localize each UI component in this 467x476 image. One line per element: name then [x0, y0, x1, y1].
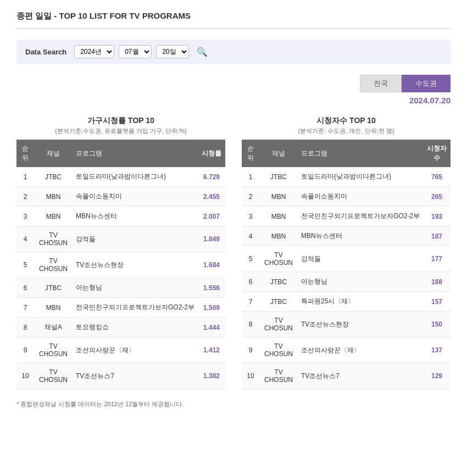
region-btn-metro[interactable]: 수도권	[402, 75, 451, 92]
rank-cell: 10	[16, 363, 34, 389]
table-row: 9 TV CHOSUN 조선의사랑꾼〈재〉 1.412	[16, 337, 225, 363]
program-cell: 아는형님	[73, 278, 198, 298]
value-cell: 1.382	[198, 363, 225, 389]
month-select[interactable]: 07월	[119, 45, 152, 58]
viewers-col-program: 프로그램	[298, 140, 423, 167]
table-row: 1 JTBC 토일드라마(낮과밤이다른그녀) 6.729	[16, 167, 225, 187]
date-display: 2024.07.20	[16, 96, 451, 105]
value-cell: 150	[423, 312, 451, 337]
value-cell: 2.455	[198, 187, 225, 207]
table-row: 4 TV CHOSUN 강적들 1.849	[16, 226, 225, 252]
search-bar: Data Search 2024년 07월 20일 🔍	[16, 40, 451, 64]
rank-cell: 8	[16, 318, 34, 337]
year-select[interactable]: 2024년	[74, 45, 114, 58]
viewers-col-value: 시청자수	[423, 140, 451, 167]
value-cell: 1.444	[198, 318, 225, 337]
household-table: 순위 채널 프로그램 시청률 1 JTBC 토일드라마(낮과밤이다른그녀) 6.…	[16, 140, 225, 389]
household-col-rank: 순위	[16, 140, 34, 167]
rank-cell: 8	[242, 312, 259, 337]
value-cell: 6.729	[198, 167, 225, 187]
value-cell: 1.509	[198, 298, 225, 318]
channel-cell: MBN	[34, 298, 73, 318]
rank-cell: 1	[16, 167, 34, 187]
rank-cell: 10	[242, 363, 259, 389]
household-col-program: 프로그램	[73, 140, 198, 167]
program-cell: 강적들	[73, 226, 198, 252]
search-button[interactable]: 🔍	[193, 46, 211, 58]
channel-cell: TV CHOSUN	[259, 337, 298, 363]
viewers-table-subtitle: (분석기준: 수도권, 개인, 단위:천 명)	[242, 127, 451, 135]
table-row: 5 TV CHOSUN 강적들 177	[242, 246, 451, 272]
rank-cell: 2	[242, 187, 259, 207]
viewers-table-section: 시청자수 TOP 10 (분석기준: 수도권, 개인, 단위:천 명) 순위 채…	[242, 116, 451, 389]
table-row: 7 MBN 전국민친구되기프로젝트가보자GO2-2부 1.509	[16, 298, 225, 318]
channel-cell: TV CHOSUN	[34, 337, 73, 363]
program-cell: 조선의사랑꾼〈재〉	[298, 337, 423, 363]
table-row: 2 MBN 속풀이소동치미 2.455	[16, 187, 225, 207]
table-row: 3 MBN 전국민친구되기프로젝트가보자GO2-2부 193	[242, 207, 451, 226]
channel-cell: TV CHOSUN	[34, 252, 73, 278]
rank-cell: 7	[16, 298, 34, 318]
table-row: 1 JTBC 토일드라마(낮과밤이다른그녀) 765	[242, 167, 451, 187]
rank-cell: 6	[242, 272, 259, 292]
program-cell: TV조선뉴스7	[298, 363, 423, 389]
program-cell: 강적들	[298, 246, 423, 272]
value-cell: 168	[423, 272, 451, 292]
table-row: 10 TV CHOSUN TV조선뉴스7 129	[242, 363, 451, 389]
table-row: 6 JTBC 아는형님 168	[242, 272, 451, 292]
channel-cell: TV CHOSUN	[34, 226, 73, 252]
channel-cell: TV CHOSUN	[259, 363, 298, 389]
value-cell: 2.007	[198, 207, 225, 226]
region-buttons: 전국 수도권	[16, 75, 451, 92]
program-cell: 토요랭킹쇼	[73, 318, 198, 337]
viewers-table-title: 시청자수 TOP 10	[242, 116, 451, 126]
value-cell: 765	[423, 167, 451, 187]
rank-cell: 6	[16, 278, 34, 298]
page-wrapper: 종편 일일 - TOP 10 LIST FOR TV PROGRAMS Data…	[0, 0, 467, 425]
value-cell: 1.412	[198, 337, 225, 363]
program-cell: 속풀이소동치미	[298, 187, 423, 207]
channel-cell: MBN	[259, 226, 298, 246]
rank-cell: 7	[242, 292, 259, 312]
channel-cell: JTBC	[259, 272, 298, 292]
value-cell: 193	[423, 207, 451, 226]
program-cell: 조선의사랑꾼〈재〉	[73, 337, 198, 363]
table-row: 4 MBN MBN뉴스센터 187	[242, 226, 451, 246]
rank-cell: 2	[16, 187, 34, 207]
program-cell: 토일드라마(낮과밤이다른그녀)	[298, 167, 423, 187]
page-title: 종편 일일 - TOP 10 LIST FOR TV PROGRAMS	[16, 11, 451, 29]
program-cell: 전국민친구되기프로젝트가보자GO2-2부	[73, 298, 198, 318]
table-row: 8 TV CHOSUN TV조선뉴스현장 150	[242, 312, 451, 337]
region-btn-nationwide[interactable]: 전국	[360, 75, 402, 92]
channel-cell: MBN	[34, 187, 73, 207]
channel-cell: 채널A	[34, 318, 73, 337]
program-cell: TV조선뉴스현장	[73, 252, 198, 278]
channel-cell: JTBC	[259, 292, 298, 312]
value-cell: 265	[423, 187, 451, 207]
channel-cell: TV CHOSUN	[34, 363, 73, 389]
value-cell: 129	[423, 363, 451, 389]
channel-cell: TV CHOSUN	[259, 246, 298, 272]
channel-cell: JTBC	[34, 167, 73, 187]
value-cell: 187	[423, 226, 451, 246]
value-cell: 157	[423, 292, 451, 312]
channel-cell: JTBC	[34, 278, 73, 298]
table-row: 3 MBN MBN뉴스센터 2.007	[16, 207, 225, 226]
rank-cell: 3	[16, 207, 34, 226]
rank-cell: 3	[242, 207, 259, 226]
rank-cell: 5	[16, 252, 34, 278]
channel-cell: JTBC	[259, 167, 298, 187]
viewers-col-rank: 순위	[242, 140, 259, 167]
viewers-table: 순위 채널 프로그램 시청자수 1 JTBC 토일드라마(낮과밤이다른그녀) 7…	[242, 140, 451, 389]
value-cell: 1.849	[198, 226, 225, 252]
rank-cell: 9	[242, 337, 259, 363]
table-row: 2 MBN 속풀이소동치미 265	[242, 187, 451, 207]
program-cell: 토일드라마(낮과밤이다른그녀)	[73, 167, 198, 187]
channel-cell: MBN	[259, 187, 298, 207]
value-cell: 137	[423, 337, 451, 363]
day-select[interactable]: 20일	[156, 45, 189, 58]
value-cell: 177	[423, 246, 451, 272]
search-label: Data Search	[25, 48, 66, 56]
program-cell: 아는형님	[298, 272, 423, 292]
search-input[interactable]	[215, 48, 442, 56]
